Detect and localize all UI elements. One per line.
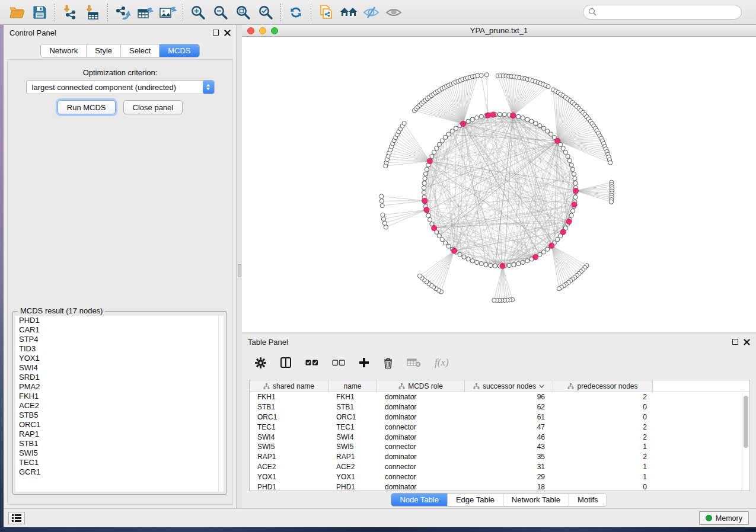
ring-node[interactable] bbox=[444, 135, 448, 139]
close-window-icon[interactable] bbox=[247, 27, 254, 34]
zoom-fit-icon[interactable] bbox=[232, 2, 254, 23]
ring-node[interactable] bbox=[563, 150, 567, 154]
table-row[interactable]: ACE2ACE2connector311 bbox=[250, 462, 742, 472]
ring-node[interactable] bbox=[466, 257, 470, 261]
mcds-node[interactable] bbox=[572, 202, 577, 207]
list-item[interactable]: STB1 bbox=[15, 439, 224, 448]
list-item[interactable]: STB5 bbox=[15, 411, 224, 420]
export-table-icon[interactable] bbox=[134, 2, 157, 23]
ring-node[interactable] bbox=[475, 260, 479, 264]
mcds-node[interactable] bbox=[549, 243, 554, 248]
mcds-node[interactable] bbox=[460, 121, 465, 126]
splitter-handle[interactable] bbox=[238, 264, 241, 277]
ring-node[interactable] bbox=[521, 260, 525, 264]
tab-style[interactable]: Style bbox=[87, 44, 121, 57]
ring-node[interactable] bbox=[493, 264, 497, 268]
leaf-node[interactable] bbox=[382, 221, 387, 225]
table-row[interactable]: ORC1ORC1dominator610 bbox=[250, 412, 742, 422]
ring-node[interactable] bbox=[567, 159, 572, 163]
criterion-dropdown[interactable]: largest connected component (undirected) bbox=[26, 80, 215, 94]
mcds-node[interactable] bbox=[560, 229, 566, 235]
close-table-panel-icon[interactable] bbox=[744, 339, 750, 345]
list-item[interactable]: RAP1 bbox=[15, 430, 224, 439]
leaf-node[interactable] bbox=[381, 217, 385, 221]
trash-icon[interactable] bbox=[383, 357, 393, 368]
column-header-name[interactable]: name bbox=[328, 380, 377, 392]
table-row[interactable]: PHD1PHD1dominator180 bbox=[250, 482, 742, 491]
ring-node[interactable] bbox=[454, 126, 458, 130]
ring-node[interactable] bbox=[569, 213, 573, 217]
ring-node[interactable] bbox=[423, 177, 427, 181]
ring-node[interactable] bbox=[479, 114, 483, 118]
tab-mcds[interactable]: MCDS bbox=[160, 44, 199, 57]
ring-node[interactable] bbox=[444, 241, 448, 245]
leaf-node[interactable] bbox=[384, 225, 388, 229]
ring-node[interactable] bbox=[450, 129, 454, 133]
ring-node[interactable] bbox=[516, 262, 521, 266]
eye-icon[interactable] bbox=[382, 2, 405, 23]
column-header-successor-nodes[interactable]: successor nodes bbox=[465, 380, 553, 392]
leaf-node[interactable] bbox=[557, 287, 561, 291]
table-row[interactable]: TEC1TEC1connector472 bbox=[250, 422, 742, 432]
ring-node[interactable] bbox=[497, 112, 502, 116]
ring-node[interactable] bbox=[423, 172, 428, 176]
ring-node[interactable] bbox=[516, 114, 521, 118]
ring-node[interactable] bbox=[422, 190, 426, 194]
duplicate-network-icon[interactable] bbox=[315, 2, 337, 23]
leaf-node[interactable] bbox=[379, 199, 384, 203]
tab-network-table[interactable]: Network Table bbox=[503, 493, 569, 506]
ring-node[interactable] bbox=[541, 250, 546, 254]
list-item[interactable]: PHD1 bbox=[15, 316, 224, 325]
ring-node[interactable] bbox=[512, 262, 516, 267]
ring-node[interactable] bbox=[479, 262, 483, 266]
column-header-MCDS-role[interactable]: MCDS role bbox=[377, 380, 465, 392]
list-item[interactable]: STP4 bbox=[15, 335, 224, 344]
mcds-result-list[interactable]: PHD1CAR1STP4TID3YOX1SWI4SRD1PMA2FKH1ACE2… bbox=[15, 316, 224, 492]
leaf-node[interactable] bbox=[479, 73, 483, 78]
tab-node-table[interactable]: Node Table bbox=[391, 493, 448, 506]
ring-node[interactable] bbox=[470, 117, 474, 121]
ring-node[interactable] bbox=[428, 217, 432, 222]
leaf-node[interactable] bbox=[379, 194, 384, 198]
ring-node[interactable] bbox=[425, 167, 429, 171]
export-image-icon[interactable] bbox=[157, 2, 179, 23]
deselect-all-icon[interactable] bbox=[332, 359, 345, 366]
ring-node[interactable] bbox=[572, 172, 576, 176]
mcds-node[interactable] bbox=[566, 219, 572, 224]
import-table-icon[interactable] bbox=[81, 2, 104, 23]
ring-node[interactable] bbox=[437, 142, 441, 146]
list-item[interactable]: TEC1 bbox=[15, 458, 224, 467]
float-table-panel-icon[interactable] bbox=[732, 339, 738, 345]
ring-node[interactable] bbox=[549, 132, 553, 136]
ring-node[interactable] bbox=[566, 154, 570, 158]
ring-node[interactable] bbox=[430, 154, 434, 158]
mcds-node[interactable] bbox=[424, 207, 429, 213]
ring-node[interactable] bbox=[529, 119, 534, 123]
add-icon[interactable] bbox=[359, 357, 369, 368]
ring-node[interactable] bbox=[573, 181, 578, 185]
mcds-node[interactable] bbox=[432, 225, 437, 230]
two-houses-icon[interactable] bbox=[337, 2, 360, 23]
ring-node[interactable] bbox=[571, 209, 575, 213]
ring-node[interactable] bbox=[573, 195, 578, 199]
maximize-window-icon[interactable] bbox=[271, 27, 278, 34]
leaf-node[interactable] bbox=[381, 213, 385, 217]
ring-node[interactable] bbox=[446, 244, 451, 248]
ring-node[interactable] bbox=[541, 126, 546, 130]
mcds-node[interactable] bbox=[532, 254, 538, 259]
vertical-splitter[interactable] bbox=[237, 25, 242, 508]
leaf-node[interactable] bbox=[380, 204, 384, 208]
ring-node[interactable] bbox=[462, 255, 466, 259]
ring-node[interactable] bbox=[484, 262, 488, 267]
ring-node[interactable] bbox=[521, 116, 525, 120]
column-header-shared-name[interactable]: shared name bbox=[250, 380, 328, 392]
ring-node[interactable] bbox=[502, 113, 506, 117]
mcds-node[interactable] bbox=[555, 138, 560, 143]
ring-node[interactable] bbox=[573, 177, 577, 181]
ring-node[interactable] bbox=[546, 247, 550, 251]
leaf-node[interactable] bbox=[546, 84, 550, 88]
list-item[interactable]: SWI5 bbox=[15, 448, 224, 458]
show-columns-icon[interactable] bbox=[280, 357, 292, 368]
result-list-scrollbar[interactable] bbox=[218, 316, 224, 492]
ring-node[interactable] bbox=[534, 121, 538, 126]
